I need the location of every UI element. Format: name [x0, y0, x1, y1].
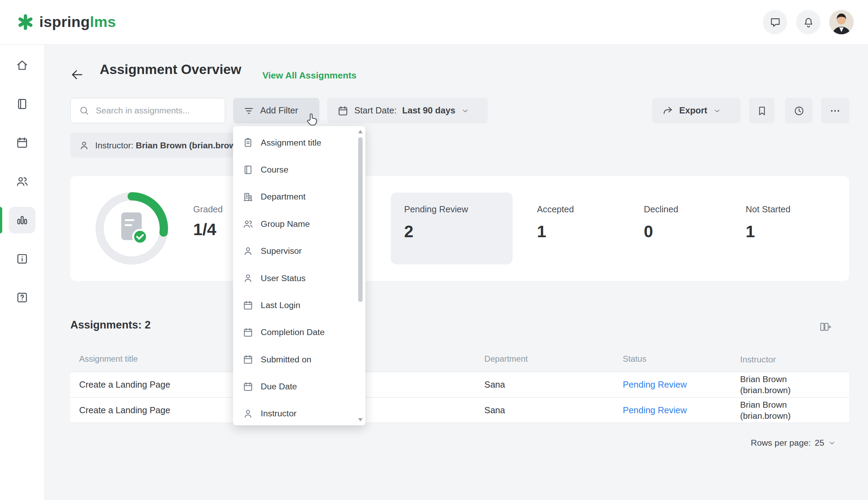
add-filter-button[interactable]: Add Filter	[233, 98, 319, 123]
calendar-icon	[337, 105, 349, 117]
status-tile-label: Pending Review	[404, 205, 468, 215]
filter-option-last-login[interactable]: Last Login	[233, 291, 356, 318]
scrollbar-thumb[interactable]	[358, 137, 363, 302]
filter-option-label: Supervisor	[261, 246, 302, 256]
bar-chart-icon	[16, 213, 29, 226]
instructor-filter-chip[interactable]: Instructor: Brian Brown (brian.brown)	[70, 133, 253, 158]
calendar-icon	[16, 136, 29, 149]
status-tile-label: Not Started	[746, 205, 790, 215]
history-button[interactable]	[785, 98, 813, 123]
rows-per-page-control[interactable]: Rows per page: 25	[751, 438, 836, 448]
back-button[interactable]	[70, 67, 84, 82]
info-board-icon	[16, 252, 29, 265]
filter-option-label: Completion Date	[261, 327, 325, 337]
sidebar-item-tasks[interactable]	[9, 246, 36, 272]
logo-text: ispringlms	[39, 13, 116, 31]
cell-department: Sana	[485, 380, 505, 390]
calendar-icon	[243, 327, 254, 338]
table-row[interactable]: Create a Landing PageSanaPending ReviewB…	[70, 372, 849, 398]
cell-assignment-title: Create a Landing Page	[79, 405, 170, 415]
filter-option-label: Assignment title	[261, 137, 321, 147]
assignments-table: Assignment title Department Status Instr…	[70, 346, 849, 423]
calendar-icon	[243, 299, 254, 311]
export-button[interactable]: Export	[652, 98, 741, 123]
calendar-icon	[243, 381, 254, 392]
building-icon	[243, 191, 254, 202]
filter-option-department[interactable]: Department	[233, 183, 356, 210]
filter-option-label: Group Name	[261, 219, 310, 229]
filter-option-group-name[interactable]: Group Name	[233, 210, 356, 237]
book-icon	[16, 98, 29, 111]
dropdown-scrollbar[interactable]	[357, 127, 364, 424]
manage-columns-button[interactable]	[818, 321, 838, 334]
person-icon	[243, 272, 254, 284]
topbar: ispringlms	[0, 0, 868, 45]
people-icon	[243, 218, 254, 229]
logo-text-dark: ispring	[39, 13, 90, 30]
chevron-down-icon	[461, 107, 469, 115]
calendar-icon	[243, 354, 254, 365]
logo[interactable]: ispringlms	[17, 13, 116, 31]
sidebar-item-help[interactable]	[9, 284, 36, 311]
bell-icon	[802, 16, 814, 28]
cell-department: Sana	[485, 405, 505, 415]
filter-option-label: Submitted on	[261, 354, 311, 364]
sidebar-item-users[interactable]	[9, 168, 36, 195]
filter-option-user-status[interactable]: User Status	[233, 265, 356, 291]
app-root: ispringlms	[0, 0, 868, 500]
filter-option-instructor[interactable]: Instructor	[233, 400, 356, 425]
cell-instructor: Brian Brown (brian.brown)	[740, 373, 821, 396]
export-label: Export	[679, 106, 707, 116]
status-tile-label: Accepted	[537, 205, 574, 215]
more-options-button[interactable]	[821, 98, 849, 123]
start-date-value: Last 90 days	[402, 106, 455, 116]
filter-option-label: Department	[261, 192, 306, 202]
status-tile-value: 0	[644, 222, 653, 241]
search-icon	[79, 105, 90, 116]
assignments-section-title: Assignments: 2	[70, 318, 151, 331]
clipboard-icon	[243, 137, 254, 148]
filter-option-completion-date[interactable]: Completion Date	[233, 318, 356, 345]
add-filter-dropdown: Assignment titleCourseDepartmentGroup Na…	[233, 126, 365, 425]
status-link[interactable]: Pending Review	[623, 380, 687, 390]
topbar-actions	[763, 10, 853, 34]
add-filter-label: Add Filter	[260, 106, 298, 116]
table-body: Create a Landing PageSanaPending ReviewB…	[70, 372, 849, 423]
rows-per-page-value: 25	[815, 438, 824, 448]
sidebar-item-courses[interactable]	[9, 91, 36, 117]
start-date-filter-button[interactable]: Start Date: Last 90 days	[327, 98, 488, 123]
filter-option-due-date[interactable]: Due Date	[233, 373, 356, 400]
view-all-assignments-link[interactable]: View All Assignments	[262, 70, 356, 81]
main-content: Assignment Overview View All Assignments…	[44, 44, 868, 500]
graded-donut-chart	[90, 187, 173, 270]
scroll-down-arrow[interactable]	[358, 418, 363, 422]
status-tile-not-started[interactable]: Not Started1	[746, 193, 868, 265]
bookmark-button[interactable]	[749, 98, 775, 123]
filter-option-assignment-title[interactable]: Assignment title	[233, 129, 356, 156]
table-row[interactable]: Create a Landing PageSanaPending ReviewB…	[70, 398, 849, 423]
filter-option-course[interactable]: Course	[233, 156, 356, 183]
status-tile-pending-review[interactable]: Pending Review2	[391, 193, 513, 265]
status-link[interactable]: Pending Review	[623, 405, 687, 415]
notifications-button[interactable]	[796, 10, 820, 34]
chevron-down-icon	[828, 439, 836, 447]
status-tile-value: 1	[746, 222, 755, 241]
sidebar-item-reports[interactable]	[9, 207, 36, 233]
chip-label: Instructor:	[95, 140, 133, 149]
avatar[interactable]	[829, 10, 853, 34]
sidebar-item-home[interactable]	[9, 52, 36, 78]
filter-option-submitted-on[interactable]: Submitted on	[233, 346, 356, 373]
filter-option-label: Instructor	[261, 408, 296, 418]
messages-button[interactable]	[763, 10, 787, 34]
ellipsis-icon	[829, 105, 841, 117]
question-icon	[16, 291, 29, 304]
scroll-up-arrow[interactable]	[358, 130, 363, 133]
sidebar	[0, 44, 45, 500]
person-icon	[79, 140, 90, 151]
search-input[interactable]	[95, 105, 217, 116]
filter-option-label: Last Login	[261, 300, 300, 310]
sidebar-item-calendar[interactable]	[9, 129, 36, 156]
status-tile-accepted[interactable]: Accepted1	[537, 193, 659, 265]
col-header-department: Department	[485, 354, 528, 363]
filter-option-supervisor[interactable]: Supervisor	[233, 237, 356, 264]
